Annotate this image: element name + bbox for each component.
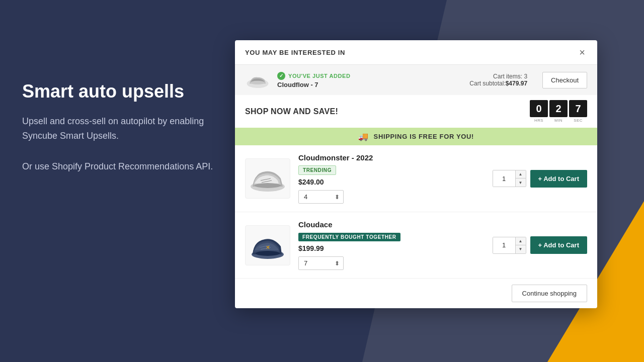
shipping-text: SHIPPING IS FREE FOR YOU! xyxy=(374,133,474,140)
cloudmonster-name: Cloudmonster - 2022 xyxy=(298,153,485,162)
modal-title: YOU MAY BE INTERESTED IN xyxy=(245,49,345,56)
timer-bar: SHOP NOW AND SAVE! 0 HRS 2 MIN 7 SEC xyxy=(235,95,597,128)
cloudace-size-select[interactable]: 5 6 7 8 9 xyxy=(298,256,344,270)
added-product-image xyxy=(245,70,270,90)
modal-close-button[interactable]: × xyxy=(577,47,587,57)
cloudace-qty-down[interactable]: ▼ xyxy=(516,245,526,253)
cart-items-count: Cart items: 3 xyxy=(469,73,527,80)
cloudace-shoe-svg: ✕ xyxy=(248,230,288,260)
cloudmonster-image xyxy=(245,158,290,199)
cart-summary: Cart items: 3 Cart subtotal:$479.97 xyxy=(469,73,527,87)
cloudmonster-price: $249.00 xyxy=(298,178,485,186)
timer-minutes-digit: 2 xyxy=(549,100,568,117)
svg-point-5 xyxy=(255,183,281,188)
timer-hours-digit: 0 xyxy=(530,100,548,117)
timer-minutes-label: MIN xyxy=(554,118,562,123)
description-paragraph-2: Or use Shopify Product Recommendations A… xyxy=(22,159,213,174)
cloudmonster-size-select-wrap[interactable]: 4 5 6 7 8 ⬍ xyxy=(298,190,344,204)
svg-point-10 xyxy=(256,251,280,256)
timer-seconds-block: 7 SEC xyxy=(569,100,587,123)
cloudace-image: ✕ xyxy=(245,225,290,265)
main-heading: Smart auto upsells xyxy=(22,80,213,102)
checkout-button[interactable]: Checkout xyxy=(542,72,587,88)
cart-notification-bar: ✓ YOU'VE JUST ADDED Cloudflow - 7 Cart i… xyxy=(235,65,597,95)
timer-seconds-label: SEC xyxy=(574,118,583,123)
truck-icon: 🚚 xyxy=(358,132,369,141)
cloudace-qty-up[interactable]: ▲ xyxy=(516,237,526,245)
countdown-timer: 0 HRS 2 MIN 7 SEC xyxy=(530,100,587,123)
modal-footer: Continue shopping xyxy=(235,279,597,308)
cloudace-badge: FREQUENTLY BOUGHT TOGETHER xyxy=(298,233,400,241)
cloudace-add-to-cart-button[interactable]: + Add to Cart xyxy=(530,236,588,254)
upsell-modal: YOU MAY BE INTERESTED IN × ✓ YOU'VE JUST… xyxy=(235,40,597,308)
cloudflow-shoe-img xyxy=(245,70,270,90)
timer-minutes-block: 2 MIN xyxy=(549,100,568,123)
cloudmonster-size-select[interactable]: 4 5 6 7 8 xyxy=(298,190,344,204)
description-paragraph-1: Upsell and cross-sell on autopilot by en… xyxy=(22,114,213,143)
cloudmonster-qty-arrows: ▲ ▼ xyxy=(515,170,526,187)
cloudmonster-qty-wrap[interactable]: ▲ ▼ xyxy=(493,170,526,187)
cloudace-qty-arrows: ▲ ▼ xyxy=(515,237,526,253)
product-item-cloudmonster: Cloudmonster - 2022 TRENDING $249.00 4 5… xyxy=(235,145,597,212)
cloudmonster-shoe-svg xyxy=(248,163,288,194)
added-product-name: Cloudflow - 7 xyxy=(277,81,462,88)
shop-now-text: SHOP NOW AND SAVE! xyxy=(245,107,338,116)
cloudace-qty-input[interactable] xyxy=(493,237,515,253)
timer-seconds-digit: 7 xyxy=(569,100,587,117)
cloudmonster-badge: TRENDING xyxy=(298,165,336,175)
cloudace-qty-wrap[interactable]: ▲ ▼ xyxy=(493,237,526,254)
svg-point-1 xyxy=(251,81,265,84)
cloudace-price: $199.99 xyxy=(298,244,485,252)
cloudace-details: Cloudace FREQUENTLY BOUGHT TOGETHER $199… xyxy=(298,220,485,270)
product-item-cloudace: ✕ Cloudace FREQUENTLY BOUGHT TOGETHER $1… xyxy=(235,212,597,279)
cloudace-actions: ▲ ▼ + Add to Cart xyxy=(493,236,588,254)
cloudmonster-qty-up[interactable]: ▲ xyxy=(516,170,526,178)
cloudmonster-details: Cloudmonster - 2022 TRENDING $249.00 4 5… xyxy=(298,153,485,204)
timer-hours-label: HRS xyxy=(534,118,543,123)
cloudace-name: Cloudace xyxy=(298,220,485,229)
cloudmonster-qty-down[interactable]: ▼ xyxy=(516,178,526,187)
cloudmonster-qty-input[interactable] xyxy=(493,170,515,187)
added-product-info: ✓ YOU'VE JUST ADDED Cloudflow - 7 xyxy=(277,72,462,88)
cart-subtotal: Cart subtotal:$479.97 xyxy=(469,80,527,87)
added-label: ✓ YOU'VE JUST ADDED xyxy=(277,72,462,80)
cloudace-size-select-wrap[interactable]: 5 6 7 8 9 ⬍ xyxy=(298,256,344,270)
timer-hours-block: 0 HRS xyxy=(530,100,548,123)
check-icon: ✓ xyxy=(277,72,285,80)
cloudmonster-actions: ▲ ▼ + Add to Cart xyxy=(493,170,588,188)
continue-shopping-button[interactable]: Continue shopping xyxy=(512,285,587,302)
left-panel: Smart auto upsells Upsell and cross-sell… xyxy=(22,80,213,190)
shipping-banner: 🚚 SHIPPING IS FREE FOR YOU! xyxy=(235,128,597,145)
modal-header: YOU MAY BE INTERESTED IN × xyxy=(235,40,597,65)
cloudmonster-add-to-cart-button[interactable]: + Add to Cart xyxy=(530,170,588,188)
